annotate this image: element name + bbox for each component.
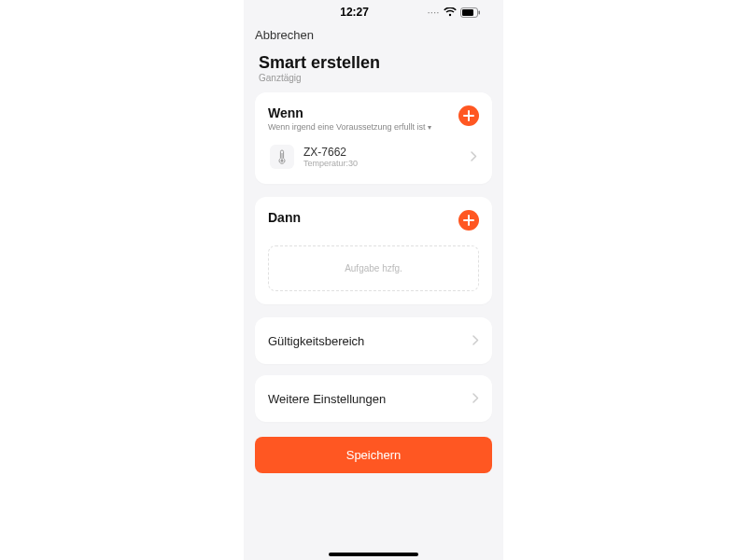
svg-rect-4 [282,153,283,160]
more-settings-label: Weitere Einstellungen [268,392,386,406]
condition-device-detail: Temperatur:30 [303,159,461,168]
chevron-right-icon [472,390,479,407]
validity-row[interactable]: Gültigkeitsbereich [255,317,492,364]
cellular-dots-icon: ···· [428,8,440,17]
status-time: 12:27 [244,6,428,19]
condition-title: Wenn [268,105,431,120]
condition-header-text: Wenn Wenn irgend eine Voraussetzung erfu… [268,105,431,132]
action-card-header: Dann [268,210,479,231]
status-icons: ···· [428,7,481,18]
plus-icon [463,110,474,121]
phone-frame: 12:27 ···· Abbrechen Smart erstellen Gan… [244,0,503,560]
add-task-placeholder[interactable]: Aufgabe hzfg. [268,245,479,291]
condition-mode-selector[interactable]: Wenn irgend eine Voraussetzung erfullt i… [268,122,431,132]
add-action-button[interactable] [458,210,479,231]
content-scroll[interactable]: Smart erstellen Ganztägig Wenn Wenn irge… [244,48,503,549]
action-card: Dann Aufgabe hzfg. [255,197,492,304]
condition-card-header: Wenn Wenn irgend eine Voraussetzung erfu… [268,105,479,132]
condition-device-row[interactable]: ZX-7662 Temperatur:30 [268,132,479,171]
svg-point-3 [281,160,284,162]
save-button[interactable]: Speichern [255,437,492,473]
status-bar: 12:27 ···· [244,0,503,24]
action-title: Dann [268,210,301,225]
svg-rect-2 [479,10,481,14]
add-condition-button[interactable] [458,105,479,126]
page-subtitle: Ganztägig [255,73,492,92]
validity-label: Gültigkeitsbereich [268,334,364,348]
cancel-button[interactable]: Abbrechen [255,28,314,42]
chevron-right-icon [471,148,477,165]
condition-device-text: ZX-7662 Temperatur:30 [303,146,461,168]
condition-subtitle: Wenn irgend eine Voraussetzung erfullt i… [268,122,425,132]
battery-icon [460,7,481,18]
condition-card: Wenn Wenn irgend eine Voraussetzung erfu… [255,92,492,184]
condition-device-name: ZX-7662 [303,146,461,159]
plus-icon [463,215,474,226]
wifi-icon [444,7,457,17]
home-indicator[interactable] [329,553,418,556]
chevron-down-icon: ▾ [428,123,431,132]
nav-bar: Abbrechen [244,24,503,48]
svg-rect-1 [462,9,473,16]
add-task-label: Aufgabe hzfg. [345,263,402,273]
more-settings-row[interactable]: Weitere Einstellungen [255,375,492,422]
page-title: Smart erstellen [255,48,492,73]
chevron-right-icon [472,332,479,349]
thermometer-icon [270,145,294,169]
